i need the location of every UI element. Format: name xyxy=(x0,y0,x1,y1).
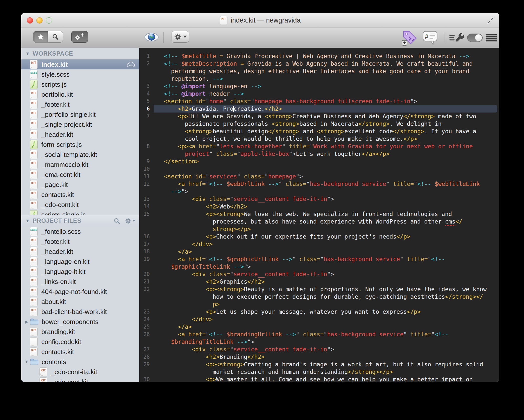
code-row-line-28[interactable]: 28 <h2>Branding</h2> xyxy=(139,353,499,361)
sidebar-item-portfolio-kit[interactable]: KITportfolio.kit xyxy=(21,89,139,99)
code-row-line-8[interactable]: project" class="apple-like-box">Let's wo… xyxy=(139,150,499,158)
code-row-line-26[interactable]: $brandingTitleLink -->"> xyxy=(139,338,499,346)
code-row-line-12[interactable]: -->"> xyxy=(139,188,499,195)
code-row-line-27[interactable]: 27 <div class="service__content fade-it-… xyxy=(139,346,499,353)
sidebar-item-404-page-not-found-kit[interactable]: KIT404-page-not-found.kit xyxy=(21,287,139,297)
sidebar-item--portfolio-single-kit[interactable]: KIT_portfolio-single.kit xyxy=(21,110,139,120)
code-row-line-17[interactable]: 17 </div> xyxy=(139,240,499,248)
disclosure-triangle-icon[interactable]: ▼ xyxy=(23,357,30,367)
sidebar-item-scripts-js[interactable]: scripts.js xyxy=(21,79,139,89)
code-editor[interactable]: 1<!-- $metaTitle = Gravida Procreative |… xyxy=(139,48,499,382)
code-row-line-12[interactable]: 12 <a href="<!-- $webUrlLink -->" class=… xyxy=(139,180,499,188)
sidebar-gear-icon[interactable] xyxy=(125,218,135,224)
code-row-line-22[interactable]: 22 <p><strong>Beauty is a matter of prop… xyxy=(139,285,499,293)
sidebar-item-index-kit[interactable]: KITindex.kit xyxy=(21,59,139,69)
toggle-switch[interactable] xyxy=(467,34,483,42)
sidebar-item--single-project-kit[interactable]: KIT_single-project.kit xyxy=(21,120,139,130)
sidebar-item-contents[interactable]: ▼contents xyxy=(21,357,139,367)
code-row-line-5[interactable]: 5<section id="home" class="homepage has-… xyxy=(139,97,499,105)
code-row-line-29[interactable]: 29 <p><strong>Crafting a brand's image i… xyxy=(139,361,499,368)
code-row-line-2[interactable]: reputation. --> xyxy=(139,75,499,82)
comments-button[interactable]: # xyxy=(423,31,438,46)
disclosure-triangle-icon[interactable]: ▼ xyxy=(25,51,30,56)
snippets-button[interactable] xyxy=(71,31,88,43)
sidebar-item-bad-client-bad-work-kit[interactable]: KITbad-client-bad-work.kit xyxy=(21,307,139,317)
code-row-line-25[interactable]: 25 </a> xyxy=(139,323,499,331)
code-row-line-7[interactable]: <strong>beautiful design</strong> and <s… xyxy=(139,128,499,135)
code-row-line-3[interactable]: 3<!-- @import language-en --> xyxy=(139,82,499,90)
code-row-line-19[interactable]: $graphicTitleLink -->"> xyxy=(139,263,499,270)
code-row-line-15[interactable]: 15 <p><strong>We love the web. We specia… xyxy=(139,210,499,218)
code-row-line-15[interactable]: strong></p> xyxy=(139,225,499,233)
sidebar-item--mammoccio-kit[interactable]: KIT_mammoccio.kit xyxy=(21,160,139,170)
code-row-line-22[interactable]: how to execute perfect designs for durab… xyxy=(139,293,499,300)
sidebar-item-form-scripts-js[interactable]: form-scripts.js xyxy=(21,140,139,150)
code-row-line-22[interactable]: p> xyxy=(139,300,499,308)
code-row-line-14[interactable]: 14 <h2>Web</h2> xyxy=(139,203,499,210)
fullscreen-arrows-icon[interactable] xyxy=(487,17,494,25)
code-row-line-24[interactable]: 24 </div> xyxy=(139,316,499,323)
sidebar-item-contacts-kit[interactable]: KITcontacts.kit xyxy=(21,347,139,357)
code-row-line-19[interactable]: 19 <a href="<!-- $graphicUrlLink -->" cl… xyxy=(139,255,499,263)
code-row-line-1[interactable]: 1<!-- $metaTitle = Gravida Procreative |… xyxy=(139,52,499,60)
code-row-line-10[interactable]: 10 xyxy=(139,165,499,173)
code-row-line-26[interactable]: 26 <a href="<!-- $brandingUrlLink -->" c… xyxy=(139,331,499,338)
sidebar-item-style-scss[interactable]: SCSSstyle.scss xyxy=(21,69,139,79)
sidebar-item--language-it-kit[interactable]: KIT_language-it.kit xyxy=(21,267,139,277)
titlebar[interactable]: KIT index.kit — newgravida xyxy=(21,13,499,28)
minimize-button[interactable] xyxy=(36,17,43,24)
tools-button[interactable] xyxy=(449,33,465,44)
code-row-line-2[interactable]: performing websites, design effective Us… xyxy=(139,67,499,75)
sidebar-search-icon[interactable] xyxy=(113,218,120,224)
close-button[interactable] xyxy=(27,17,33,24)
sidebar-item--header-kit[interactable]: KIT_header.kit xyxy=(21,247,139,257)
code-row-line-11[interactable]: 11<section id="services" class="homepage… xyxy=(139,173,499,180)
menu-button[interactable] xyxy=(486,34,497,43)
tag-snippet-button[interactable] xyxy=(402,30,418,47)
code-row-line-7[interactable]: passionate professionals <strong>based i… xyxy=(139,120,499,128)
code-row-line-7[interactable]: cool project, we would be thrilled to he… xyxy=(139,135,499,143)
code-row-line-20[interactable]: 20 <div class="service__content fade-it-… xyxy=(139,270,499,278)
sidebar-item--footer-kit[interactable]: KIT_footer.kit xyxy=(21,99,139,110)
code-row-line-9[interactable]: 9</section> xyxy=(139,158,499,165)
workspace-section-header[interactable]: ▼ WORKSPACE xyxy=(21,48,139,59)
favorites-star-button[interactable] xyxy=(34,31,48,42)
code-row-line-7[interactable]: 7 <p>Hi! We are Gravida, a <strong>Creat… xyxy=(139,113,499,120)
code-row-line-23[interactable]: 23 <p>Let us shape your message, whateve… xyxy=(139,308,499,316)
sidebar-item--links-en-kit[interactable]: KIT_links-en.kit xyxy=(21,277,139,287)
sidebar-item--header-kit[interactable]: KIT_header.kit xyxy=(21,130,139,140)
disclosure-triangle-icon[interactable]: ▶ xyxy=(23,317,30,327)
sidebar-item--fontello-scss[interactable]: SCSS_fontello.scss xyxy=(21,227,139,237)
code-row-line-4[interactable]: 4<!-- @import header --> xyxy=(139,90,499,97)
sidebar-item--ema-cont-kit[interactable]: KIT_ema-cont.kit xyxy=(21,170,139,180)
disclosure-triangle-icon[interactable]: ▼ xyxy=(25,218,30,224)
sidebar-item--footer-kit[interactable]: KIT_footer.kit xyxy=(21,237,139,247)
sidebar-item-branding-kit[interactable]: KITbranding.kit xyxy=(21,327,139,337)
sidebar-item--language-en-kit[interactable]: KIT_language-en.kit xyxy=(21,257,139,267)
preview-button[interactable] xyxy=(144,32,159,43)
code-row-line-8[interactable]: 8 <p><a href="lets-work-together" title=… xyxy=(139,143,499,150)
sidebar-item-config-codekit[interactable]: config.codekit xyxy=(21,337,139,347)
zoom-button[interactable] xyxy=(46,17,52,24)
sidebar-item--edo-cont-kit[interactable]: KIT_edo-cont.kit xyxy=(21,377,139,382)
sidebar-item-scripts-single-js[interactable]: scripts-single.js xyxy=(21,210,139,215)
search-button[interactable] xyxy=(48,31,63,42)
code-row-line-13[interactable]: 13 <div class="service__content fade-it-… xyxy=(139,195,499,203)
code-row-line-30[interactable]: 30 <p>We master it all. Come and see how… xyxy=(139,376,499,382)
code-row-line-18[interactable]: 18 </a> xyxy=(139,248,499,255)
sidebar-item-about-kit[interactable]: KITabout.kit xyxy=(21,297,139,307)
actions-gear-button[interactable] xyxy=(172,31,189,43)
sidebar-item--page-kit[interactable]: KIT_page.kit xyxy=(21,180,139,190)
sidebar-item-bower-components[interactable]: ▶bower_components xyxy=(21,317,139,327)
sidebar-item-contacts-kit[interactable]: KITcontacts.kit xyxy=(21,190,139,200)
code-row-line-29[interactable]: market research and human understanding<… xyxy=(139,368,499,376)
sidebar-item--edo-cont-ita-kit[interactable]: KIT_edo-cont-ita.kit xyxy=(21,367,139,377)
code-row-line-21[interactable]: 21 <h2>Graphics</h2> xyxy=(139,278,499,285)
sidebar-item--edo-cont-kit[interactable]: KIT_edo-cont.kit xyxy=(21,200,139,210)
project-files-section-header[interactable]: ▼ PROJECT FILES xyxy=(21,215,139,227)
code-row-line-16[interactable]: 16 <p>Check out if our expertise fits yo… xyxy=(139,233,499,240)
code-row-line-15[interactable]: processes, but also have sound experienc… xyxy=(139,218,499,225)
code-row-line-2[interactable]: 2<!-- $metaDescription = Gravida is a We… xyxy=(139,60,499,67)
sidebar-item--social-template-kit[interactable]: KIT_social-template.kit xyxy=(21,150,139,160)
code-row-line-6[interactable]: 6 <h2>Gravida. Procreative.</h2> xyxy=(139,105,499,113)
